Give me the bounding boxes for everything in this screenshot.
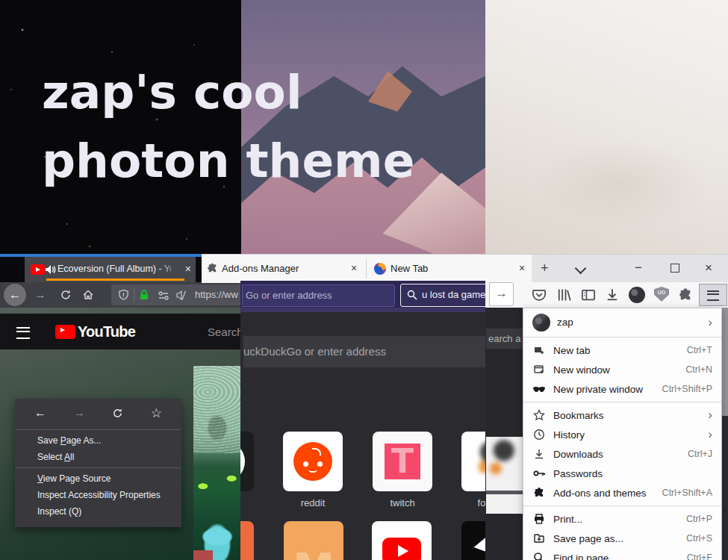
tile-label: forum. (447, 497, 485, 508)
address-input[interactable]: Go or enter address (242, 284, 395, 307)
addons-search-fragment[interactable]: earch a (486, 329, 523, 349)
library-icon[interactable] (556, 287, 571, 302)
download-icon[interactable] (605, 287, 620, 302)
active-tab-orange-underline (46, 279, 184, 281)
newtab-page: uckDuckGo or enter address reddittwitchf… (240, 308, 485, 560)
back-icon[interactable]: ← (34, 406, 46, 420)
permissions-icon[interactable] (158, 291, 169, 300)
youtube-header: YouTube Search (0, 314, 243, 349)
bookmark-star-icon[interactable]: ☆ (151, 405, 162, 421)
youtube-logo-text[interactable]: YouTube (78, 323, 135, 340)
window-close-button[interactable]: × (705, 261, 712, 276)
bookmark-star-icon (532, 408, 546, 422)
page-scrollbar[interactable] (722, 308, 728, 560)
scrollbar-thumb[interactable] (722, 308, 728, 416)
context-menu-item[interactable]: Inspect (Q) (15, 503, 181, 520)
right-tab-strip: + − × (532, 254, 728, 283)
sidebar-icon[interactable] (581, 287, 596, 302)
menu-item-history[interactable]: History› (523, 425, 721, 444)
theme-promo-collage: zap's cool photon theme Ecoversion (Full… (0, 0, 728, 560)
tile-label: twitch (358, 497, 447, 508)
menu-item-passwords[interactable]: Passwords (523, 464, 721, 483)
context-menu-item[interactable]: Select All (15, 449, 181, 465)
window-minimize-button[interactable]: − (635, 261, 642, 276)
reload-button[interactable] (60, 289, 72, 301)
tab-audio-speaker-icon[interactable] (45, 264, 56, 275)
menu-item-bookmarks[interactable]: Bookmarks› (523, 405, 721, 425)
menu-item-zap[interactable]: zap› (523, 311, 721, 334)
search-input[interactable]: u lost da game (400, 284, 488, 307)
pocket-icon[interactable] (532, 287, 547, 302)
ublock-shield-icon[interactable]: UO (654, 287, 669, 302)
menu-item-new-private-window[interactable]: New private windowCtrl+Shift+P (523, 379, 721, 399)
addon-logo (489, 440, 516, 476)
context-menu-item[interactable]: Save Page As... (15, 432, 181, 449)
menu-item-label: New private window (553, 384, 662, 395)
tab-addons-close-icon[interactable]: × (351, 262, 357, 274)
light-tab-strip: Add-ons Manager × New Tab × (202, 254, 532, 283)
chevron-right-icon: › (708, 410, 712, 420)
menu-item-add-ons-and-themes[interactable]: Add-ons and themesCtrl+Shift+A (523, 483, 721, 503)
shortcut-tile[interactable] (373, 432, 432, 491)
context-menu-item[interactable]: Inspect Accessibility Properties (15, 487, 181, 503)
chevron-right-icon: › (708, 317, 712, 328)
context-menu: ← → ☆ Save Page As...Select AllView Page… (15, 399, 181, 527)
shortcut-tile[interactable] (372, 521, 432, 560)
theme-title-line1: zap's cool (42, 58, 490, 127)
field-divider (134, 288, 134, 302)
home-button[interactable] (82, 289, 94, 301)
menu-item-shortcut: Ctrl+J (688, 449, 712, 459)
shortcut-tile[interactable] (240, 521, 254, 560)
menu-item-new-window[interactable]: New windowCtrl+N (523, 360, 721, 379)
tab-list-chevron-icon[interactable] (575, 263, 587, 275)
youtube-menu-icon[interactable] (16, 327, 30, 339)
new-window-icon (532, 363, 546, 376)
address-bar[interactable]: https://ww (111, 284, 243, 305)
puzzle-icon (532, 486, 546, 500)
menu-item-new-tab[interactable]: New tabCtrl+T (523, 340, 721, 360)
right-page-fragment: earch a (485, 308, 523, 560)
shortcut-tile[interactable] (461, 521, 485, 560)
https-lock-icon[interactable] (139, 289, 149, 301)
menu-item-shortcut: Ctrl+S (686, 533, 712, 544)
youtube-search-box[interactable]: Search (208, 326, 243, 338)
menu-item-shortcut: Ctrl+T (687, 345, 712, 355)
shortcut-tile[interactable] (283, 432, 343, 491)
account-avatar[interactable] (629, 287, 645, 303)
menu-hamburger-icon[interactable] (699, 284, 727, 306)
reload-icon[interactable] (112, 408, 123, 419)
menu-item-label: New tab (553, 345, 687, 356)
shortcut-tile[interactable] (240, 432, 254, 491)
tracking-shield-icon[interactable] (118, 289, 129, 301)
light-toolbar: → UO (485, 282, 728, 308)
new-tab-icon (532, 343, 546, 357)
menu-item-shortcut: Ctrl+Shift+P (662, 384, 712, 394)
menu-item-print[interactable]: Print...Ctrl+P (523, 509, 721, 529)
tab-newtab-label[interactable]: New Tab (391, 263, 428, 274)
shortcut-tile[interactable]: M (284, 521, 343, 560)
forward-button[interactable]: → (34, 282, 46, 308)
menu-item-downloads[interactable]: DownloadsCtrl+J (523, 444, 721, 464)
tab-close-icon[interactable]: × (185, 263, 191, 275)
forward-icon: → (73, 406, 85, 420)
youtube-logo-icon[interactable] (55, 325, 75, 339)
menu-item-shortcut: Ctrl+N (685, 364, 712, 375)
newtab-search-bar[interactable]: uckDuckGo or enter address (243, 336, 485, 367)
menu-item-find-in-page[interactable]: Find in page...Ctrl+F (523, 548, 721, 560)
autoplay-blocked-icon[interactable] (175, 290, 187, 301)
new-tab-button[interactable]: + (541, 261, 549, 276)
menu-item-label: History (553, 429, 708, 441)
search-go-button[interactable]: → (489, 282, 514, 306)
tab-addons-label[interactable]: Add-ons Manager (222, 263, 299, 274)
shortcut-tile[interactable] (461, 432, 485, 491)
tab-newtab-close-icon[interactable]: × (519, 262, 525, 274)
extensions-puzzle-icon[interactable] (678, 287, 693, 302)
video-thumbnail-strip[interactable] (193, 366, 241, 560)
menu-item-save-page-as[interactable]: Save page as...Ctrl+S (523, 529, 721, 548)
key-icon (532, 467, 546, 480)
window-maximize-button[interactable] (671, 264, 679, 273)
nav-bottom-strip (240, 308, 485, 312)
context-menu-item[interactable]: View Page Source (15, 470, 181, 487)
back-button[interactable]: ← (4, 284, 26, 306)
menu-item-shortcut: Ctrl+Shift+A (662, 488, 712, 498)
